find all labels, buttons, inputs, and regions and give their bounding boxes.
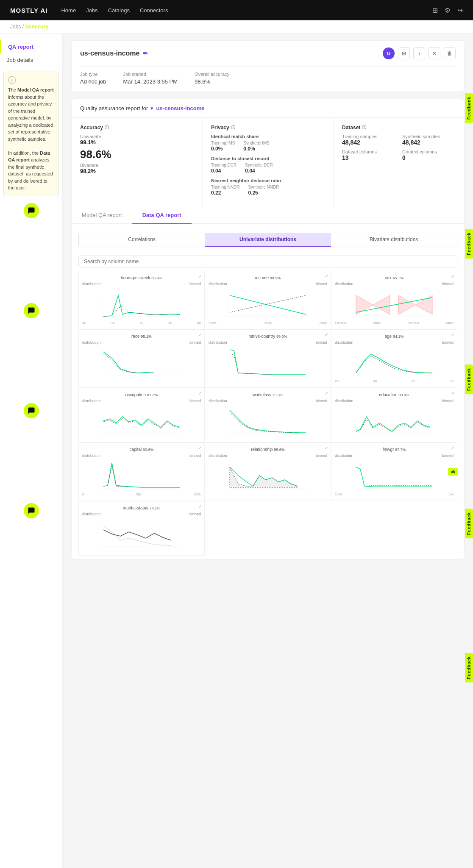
nndr-section: Nearest neighbor distance ratio Training…: [211, 178, 325, 196]
training-ims-col: Training IMS 0.0%: [211, 141, 235, 152]
job-started-label: Job started: [123, 72, 178, 77]
charts-grid: hours-per-week 86.9% distributionbinned: [78, 271, 457, 556]
sub-content: Correlations Univariate distributions Bi…: [72, 224, 464, 559]
nav-links: Home Jobs Catalogs Connectors: [61, 7, 419, 14]
grid-icon[interactable]: ⊞: [432, 6, 438, 14]
chart-sublabels-hours: distributionbinned: [82, 282, 201, 286]
sidebar-item-job-details[interactable]: Job details: [0, 53, 62, 67]
expand-icon-education[interactable]: ⤢: [451, 391, 454, 395]
chevron-icon[interactable]: ▾: [150, 105, 153, 111]
expand-icon-workclass[interactable]: ⤢: [325, 391, 328, 395]
sub-tab-bivariate[interactable]: Bivariate distributions: [331, 233, 457, 247]
nav-jobs[interactable]: Jobs: [86, 7, 97, 14]
privacy-info-icon[interactable]: ⓘ: [231, 125, 235, 131]
delete-button[interactable]: 🗑: [444, 47, 456, 59]
sub-tab-correlations[interactable]: Correlations: [79, 233, 205, 247]
chat-bubble-4[interactable]: [24, 503, 39, 518]
tab-data-qa[interactable]: Data QA report: [132, 207, 192, 224]
chart-xaxis-fnlwgt: 0.5M1M: [335, 492, 454, 496]
chart-sublabels-work: distributionbinned: [209, 399, 327, 403]
job-type-label: Job type: [80, 72, 106, 77]
chart-title-education: education 90.8%: [335, 392, 454, 397]
privacy-block: Privacy ⓘ Identical match share Training…: [203, 118, 334, 207]
chart-title-sex: sex 45.1%: [335, 275, 454, 280]
settings-icon[interactable]: ⚙: [445, 6, 451, 14]
chart-xaxis-capital: 050k100k: [82, 492, 201, 496]
expand-icon-occupation[interactable]: ⤢: [198, 391, 202, 395]
share-button[interactable]: ✕: [428, 47, 440, 59]
breadcrumb-jobs[interactable]: Jobs: [10, 24, 21, 30]
synthetic-ims-col: Synthetic IMS 0.0%: [243, 141, 270, 152]
accuracy-info-icon[interactable]: ⓘ: [105, 125, 109, 131]
tab-model-qa[interactable]: Model QA report: [72, 207, 132, 224]
dataset-info-icon[interactable]: ⓘ: [362, 125, 366, 131]
overall-accuracy-label: Overall accuracy: [195, 72, 229, 77]
training-nndr-col: Training NNDR 0.22: [211, 185, 239, 196]
univariate-label: Univariate: [80, 134, 101, 139]
accuracy-big: 98.6%: [80, 148, 194, 161]
chart-title-native: native-country 99.0%: [209, 334, 327, 339]
qa-header-text: Quality assurance report for: [80, 105, 148, 111]
chart-xaxis-sex: FemaleMaleFemaleMale: [335, 321, 454, 325]
expand-icon-marital[interactable]: ⤢: [198, 504, 202, 509]
chart-workclass: workclass 75.3% distributionbinned ⤢: [205, 388, 331, 442]
breadcrumb: Jobs / Summary: [0, 20, 473, 33]
job-type-item: Job type Ad hoc job: [80, 72, 106, 85]
logout-icon[interactable]: ↪: [457, 6, 463, 14]
chart-sublabels-edu: distributionbinned: [335, 399, 454, 403]
expand-icon-fnlwgt[interactable]: ⤢: [451, 445, 454, 450]
chat-bubble-3[interactable]: [24, 403, 39, 418]
chart-sublabels-race: distributionbinned: [82, 340, 201, 345]
chart-area-sex: [335, 287, 454, 321]
download-button[interactable]: ↓: [413, 47, 425, 59]
feedback-button-1[interactable]: Feedback: [465, 93, 473, 123]
chart-xaxis-income: <50K>50K>50K: [209, 321, 327, 325]
chat-bubble-2[interactable]: [24, 303, 39, 318]
expand-icon-native[interactable]: ⤢: [325, 332, 328, 337]
avatar: U: [383, 47, 395, 59]
feedback-button-5[interactable]: Feedback: [465, 653, 473, 682]
nav-home[interactable]: Home: [61, 7, 76, 14]
edit-icon[interactable]: ✏: [143, 50, 148, 57]
expand-icon-relationship[interactable]: ⤢: [325, 445, 328, 450]
chart-xaxis-hours: 3040506080: [82, 321, 201, 325]
chart-title-marital: marital-status 74.1%: [82, 506, 201, 510]
sidebar-info-box: i The Model QA report informs about the …: [3, 72, 59, 196]
distance-title: Distance to closest record: [211, 156, 325, 161]
expand-icon-hours[interactable]: ⤢: [198, 274, 202, 278]
sub-tab-univariate[interactable]: Univariate distributions: [205, 233, 331, 247]
nav-icons: ⊞ ⚙ ↪: [432, 6, 463, 14]
identical-match-cols: Training IMS 0.0% Synthetic IMS 0.0%: [211, 141, 325, 152]
chart-area-income: [209, 287, 327, 321]
expand-icon-sex[interactable]: ⤢: [451, 274, 454, 278]
feedback-button-2[interactable]: Feedback: [465, 229, 473, 259]
synthetic-samples-item: Synthetic samples 48,842: [402, 134, 456, 146]
chat-bubble-1[interactable]: [24, 203, 39, 218]
expand-icon-income[interactable]: ⤢: [325, 274, 328, 278]
grid-view-button[interactable]: ⊞: [398, 47, 410, 59]
expand-icon-age[interactable]: ⤢: [451, 332, 454, 337]
chart-sublabels-capital: distributionbinned: [82, 453, 201, 458]
nav-catalogs[interactable]: Catalogs: [108, 7, 130, 14]
chart-title-race: race 95.1%: [82, 334, 201, 339]
chart-hours-per-week: hours-per-week 86.9% distributionbinned: [78, 271, 205, 329]
qa-dataset-link[interactable]: us-census-income: [156, 105, 204, 111]
nav-connectors[interactable]: Connectors: [140, 7, 168, 14]
expand-icon-race[interactable]: ⤢: [198, 332, 202, 337]
search-input[interactable]: [78, 256, 457, 267]
accuracy-block: Accuracy ⓘ Univariate 99.1% 98.6% Bivari…: [72, 118, 203, 207]
qa-section-header: Quality assurance report for ▾ us-census…: [72, 99, 464, 118]
metrics-row: Accuracy ⓘ Univariate 99.1% 98.6% Bivari…: [72, 118, 464, 207]
ok-button[interactable]: ok: [448, 468, 458, 476]
feedback-button-4[interactable]: Feedback: [465, 509, 473, 538]
feedback-button-3[interactable]: Feedback: [465, 364, 473, 394]
expand-icon-capital[interactable]: ⤢: [198, 445, 202, 450]
chart-area-fnlwgt: [335, 459, 454, 492]
synthetic-nndr-col: Synthetic NNDR 0.25: [248, 185, 279, 196]
job-type-value: Ad hoc job: [80, 78, 106, 85]
chart-marital-status: marital-status 74.1% distributionbinned …: [78, 501, 205, 556]
synthetic-dcr-col: Synthetic DCR 0.04: [245, 163, 273, 174]
job-started-item: Job started Mar 14, 2023 3:55 PM: [123, 72, 178, 85]
chart-sublabels-marital: distributionbinned: [82, 512, 201, 516]
sidebar-item-qa-report[interactable]: QA report: [0, 40, 62, 53]
